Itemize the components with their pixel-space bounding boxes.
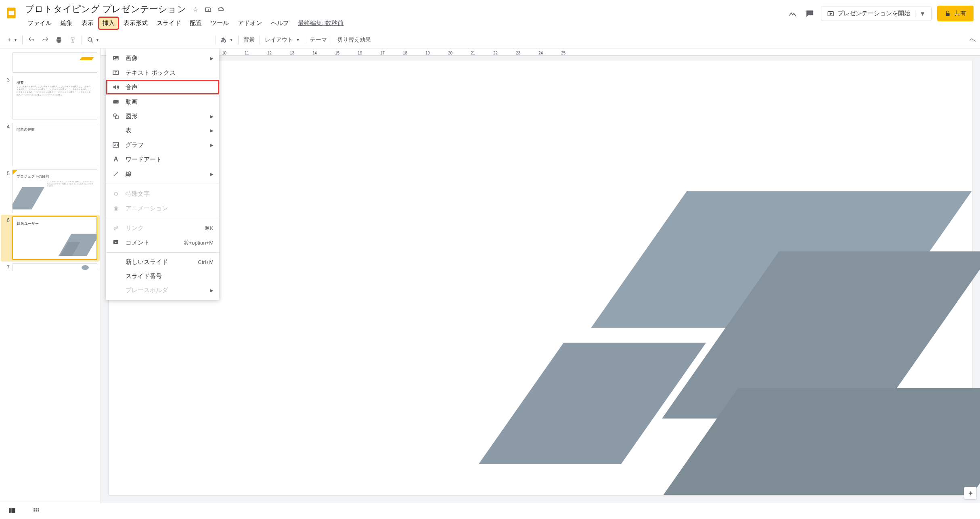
- thumbnail-preview[interactable]: [12, 263, 97, 271]
- insert-shape[interactable]: 図形▶: [106, 109, 219, 123]
- ruler-tick: 14: [312, 51, 335, 55]
- insert-wordart[interactable]: Aワードアート: [106, 152, 219, 167]
- thumbnail-preview[interactable]: [12, 52, 97, 73]
- svg-rect-15: [36, 508, 37, 509]
- share-label: 共有: [954, 10, 966, 17]
- chart-icon: [112, 141, 120, 149]
- transition-button[interactable]: 切り替え効果: [335, 33, 373, 46]
- insert-comment[interactable]: コメント⌘+option+M: [106, 235, 219, 250]
- submenu-arrow-icon: ▶: [210, 143, 214, 147]
- star-icon[interactable]: ☆: [191, 5, 199, 13]
- ruler-tick: 23: [516, 51, 538, 55]
- comment-shortcut: ⌘+option+M: [184, 240, 214, 246]
- insert-audio[interactable]: 音声: [106, 80, 219, 94]
- menu-insert[interactable]: 挿入: [98, 17, 119, 29]
- line-icon: [112, 170, 120, 178]
- menu-addons[interactable]: アドオン: [234, 17, 266, 29]
- thumbnail-4[interactable]: 4問題の把握: [1, 121, 100, 168]
- move-icon[interactable]: [204, 5, 212, 13]
- insert-shape-label: 図形: [126, 113, 138, 120]
- present-dropdown-icon[interactable]: ▼: [915, 10, 926, 17]
- thumbnail-title: 対象ユーザー: [17, 221, 39, 226]
- menu-edit[interactable]: 編集: [57, 17, 77, 29]
- insert-line[interactable]: 線▶: [106, 167, 219, 181]
- audio-icon: [112, 83, 120, 91]
- menu-arrange[interactable]: 配置: [186, 17, 206, 29]
- thumbnail-preview[interactable]: 対象ユーザー: [12, 216, 97, 260]
- share-button[interactable]: 共有: [937, 6, 974, 21]
- paint-format-button[interactable]: [66, 33, 79, 46]
- document-title[interactable]: プロトタイピング プレゼンテーション: [25, 3, 186, 15]
- new-slide-shortcut: Ctrl+M: [198, 259, 214, 265]
- svg-rect-17: [34, 510, 35, 511]
- thumbnail-preview[interactable]: 問題の把握: [12, 123, 97, 166]
- slides-logo[interactable]: [3, 5, 19, 21]
- undo-button[interactable]: [25, 33, 38, 46]
- thumbnail-5[interactable]: 5プロジェクトの目的ここにテキストを挿入 ここにテキストを挿入 ここにテキストを…: [1, 168, 100, 215]
- zoom-button[interactable]: ▼: [84, 33, 102, 46]
- thumbnail-body: ここにテキストを挿入 ここにテキストを挿入 ここにテキストを挿入 ここにテキスト…: [17, 85, 93, 96]
- last-edit[interactable]: 最終編集: 数秒前: [294, 17, 348, 29]
- thumbnail-preview[interactable]: プロジェクトの目的ここにテキストを挿入 ここにテキストを挿入 ここにテキストを挿…: [12, 170, 97, 213]
- insert-chart[interactable]: グラフ▶: [106, 138, 219, 152]
- layout-label: レイアウト: [265, 36, 293, 44]
- insert-comment-label: コメント: [126, 239, 150, 247]
- ruler-tick: 18: [403, 51, 425, 55]
- slide-image-composition: [497, 191, 972, 495]
- collapse-toolbar-icon[interactable]: ヘ: [970, 36, 976, 44]
- menu-format[interactable]: 表示形式: [119, 17, 152, 29]
- svg-rect-19: [38, 510, 39, 511]
- menu-view[interactable]: 表示: [77, 17, 98, 29]
- insert-wordart-label: ワードアート: [126, 156, 162, 163]
- thumbnail-partial[interactable]: [1, 51, 100, 74]
- print-button[interactable]: [52, 33, 65, 46]
- comments-icon[interactable]: [804, 8, 815, 19]
- footer: [0, 503, 980, 519]
- menu-tools[interactable]: ツール: [207, 17, 233, 29]
- activity-icon[interactable]: [787, 8, 798, 19]
- thumbnail-7[interactable]: 7: [1, 262, 100, 273]
- thumbnail-number: 4: [3, 123, 10, 130]
- layout-button[interactable]: レイアウト▼: [262, 33, 302, 46]
- insert-table-label: 表: [126, 127, 132, 134]
- insert-animation: ◉アニメーション: [106, 201, 219, 216]
- filmstrip-view-icon[interactable]: [8, 506, 16, 516]
- menu-help[interactable]: ヘルプ: [267, 17, 293, 29]
- comment-icon: [112, 239, 120, 247]
- explore-button[interactable]: ✦: [964, 487, 977, 500]
- theme-button[interactable]: テーマ: [308, 33, 329, 46]
- input-mode-button[interactable]: あ▼: [218, 33, 236, 46]
- new-slide-button[interactable]: ＋▼: [4, 33, 20, 46]
- insert-image[interactable]: 画像▶: [106, 51, 219, 65]
- insert-textbox[interactable]: テキスト ボックス: [106, 65, 219, 80]
- insert-new-slide[interactable]: 新しいスライドCtrl+M: [106, 255, 219, 269]
- thumbnail-number: 5: [3, 170, 10, 176]
- ruler-tick: 17: [380, 51, 403, 55]
- special-chars-icon: Ω: [112, 190, 120, 198]
- svg-point-8: [113, 114, 117, 117]
- thumbnail-3[interactable]: 3概要ここにテキストを挿入 ここにテキストを挿入 ここにテキストを挿入 ここにテ…: [1, 74, 100, 121]
- thumbnail-number: [3, 52, 10, 53]
- insert-slide-number[interactable]: スライド番号: [106, 269, 219, 283]
- menu-file[interactable]: ファイル: [23, 17, 56, 29]
- thumbnail-6[interactable]: 6対象ユーザー: [1, 215, 100, 262]
- thumbnail-number: 3: [3, 76, 10, 83]
- redo-button[interactable]: [39, 33, 52, 46]
- thumbnail-title: プロジェクトの目的: [17, 174, 49, 179]
- horizontal-ruler: 5678910111213141516171819202122232425: [101, 48, 980, 56]
- insert-table[interactable]: 表▶: [106, 123, 219, 138]
- svg-rect-14: [34, 508, 35, 509]
- thumbnail-preview[interactable]: 概要ここにテキストを挿入 ここにテキストを挿入 ここにテキストを挿入 ここにテキ…: [12, 76, 97, 119]
- insert-video[interactable]: 動画: [106, 94, 219, 109]
- background-button[interactable]: 背景: [241, 33, 257, 46]
- slide-canvas[interactable]: ザー: [109, 61, 972, 495]
- menu-slide[interactable]: スライド: [153, 17, 185, 29]
- ruler-tick: 13: [290, 51, 312, 55]
- present-button[interactable]: プレゼンテーションを開始 ▼: [821, 6, 932, 21]
- cloud-icon[interactable]: [217, 5, 225, 13]
- insert-dropdown: 画像▶ テキスト ボックス 音声 動画 図形▶ 表▶ グラフ▶ Aワードアート …: [106, 48, 219, 300]
- grid-view-icon[interactable]: [32, 506, 40, 516]
- ruler-tick: 19: [425, 51, 448, 55]
- ruler-tick: 24: [538, 51, 561, 55]
- textbox-icon: [112, 69, 120, 77]
